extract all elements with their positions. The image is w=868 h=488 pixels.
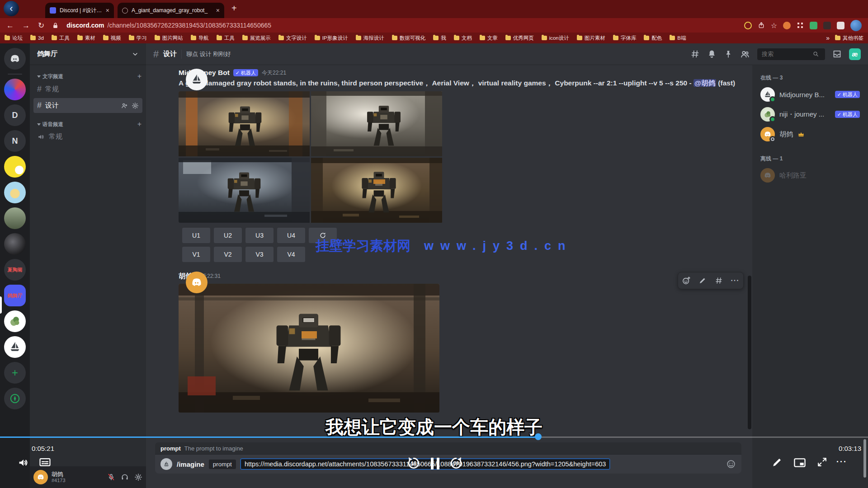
u1-button[interactable]: U1 bbox=[182, 228, 210, 243]
bookmark-item[interactable]: 数据可视化 bbox=[392, 35, 426, 42]
rewind-10-icon[interactable]: 10 bbox=[406, 455, 421, 471]
channel-design[interactable]: # 设计 bbox=[33, 98, 142, 113]
headphones-icon[interactable] bbox=[121, 473, 129, 481]
server-avatar[interactable]: D bbox=[4, 104, 26, 126]
bookmark-item[interactable]: 文章 bbox=[480, 35, 498, 42]
bookmark-item[interactable]: 我 bbox=[433, 35, 446, 42]
captions-icon[interactable] bbox=[39, 458, 51, 468]
bookmark-item[interactable]: 工具 bbox=[52, 35, 70, 42]
add-server-button[interactable]: + bbox=[4, 362, 26, 384]
bookmark-item[interactable]: 图片素材 bbox=[577, 35, 605, 42]
bookmark-item[interactable]: 图片网站 bbox=[155, 35, 183, 42]
window-scrollbar-thumb[interactable] bbox=[863, 439, 866, 478]
bookmark-item[interactable]: 工具 bbox=[217, 35, 235, 42]
user-avatar[interactable] bbox=[33, 470, 48, 484]
member-row[interactable]: niji・journey ... ✓ 机器人 bbox=[756, 104, 864, 124]
server-avatar-active[interactable]: 鸽舞厅 bbox=[4, 285, 26, 306]
server-avatar-midjourney[interactable] bbox=[4, 336, 26, 358]
annotate-pencil-icon[interactable] bbox=[771, 456, 783, 468]
search-box[interactable] bbox=[757, 48, 825, 60]
member-row[interactable]: 胡鸽 bbox=[756, 124, 864, 144]
bookmark-item[interactable]: 素材 bbox=[77, 35, 95, 42]
tab-discord[interactable]: Discord | #设计 | 鸽舞厅 × bbox=[45, 3, 114, 18]
upscaled-image[interactable] bbox=[179, 284, 439, 413]
channel-general-voice[interactable]: 常规 bbox=[33, 130, 142, 144]
invite-people-icon[interactable] bbox=[121, 102, 128, 109]
generated-image-grid[interactable] bbox=[179, 91, 443, 223]
discord-home-button[interactable] bbox=[4, 48, 26, 70]
more-options-icon[interactable]: ··· bbox=[727, 272, 743, 289]
server-avatar[interactable]: N bbox=[4, 130, 26, 152]
mic-muted-icon[interactable] bbox=[107, 473, 115, 481]
search-input[interactable] bbox=[761, 50, 812, 58]
explore-servers-button[interactable] bbox=[4, 388, 26, 409]
v4-button[interactable]: V4 bbox=[277, 247, 305, 262]
extension-orange-icon[interactable] bbox=[783, 22, 791, 29]
server-avatar[interactable] bbox=[4, 156, 26, 178]
member-row[interactable]: 哈利路亚 bbox=[756, 165, 864, 185]
other-bookmarks[interactable]: 其他书签 bbox=[835, 35, 863, 42]
u2-button[interactable]: U2 bbox=[214, 228, 242, 243]
server-avatar[interactable] bbox=[4, 207, 26, 229]
v2-button[interactable]: V2 bbox=[214, 247, 242, 262]
forward-30-icon[interactable]: 30 bbox=[448, 455, 464, 471]
bookmark-item[interactable]: 文字设计 bbox=[278, 35, 307, 42]
refresh-icon[interactable]: ↻ bbox=[38, 22, 44, 29]
url-bar[interactable]: discord.com/channels/1083567262293819453… bbox=[66, 22, 271, 29]
midjourney-avatar[interactable] bbox=[186, 69, 208, 90]
emoji-picker-icon[interactable] bbox=[726, 459, 736, 469]
pause-button[interactable] bbox=[431, 458, 439, 469]
inbox-icon[interactable] bbox=[832, 49, 842, 59]
bookmark-item[interactable]: 视频 bbox=[103, 35, 121, 42]
server-avatar[interactable] bbox=[4, 79, 26, 100]
prompt-value-field[interactable]: https://media.discordapp.net/attachments… bbox=[241, 459, 610, 469]
bookmark-item[interactable]: 优秀网页 bbox=[505, 35, 534, 42]
video-progress-handle[interactable] bbox=[535, 433, 542, 440]
edit-icon[interactable] bbox=[694, 272, 711, 289]
generated-image-1[interactable] bbox=[179, 91, 310, 156]
channel-settings-gear-icon[interactable] bbox=[132, 102, 139, 109]
translate-icon[interactable] bbox=[744, 22, 752, 29]
bookmark-item[interactable]: 文档 bbox=[454, 35, 472, 42]
collapse-icon[interactable] bbox=[816, 456, 828, 468]
close-icon[interactable]: × bbox=[216, 7, 220, 14]
bookmark-item[interactable]: B端 bbox=[670, 35, 686, 42]
extension-light-icon[interactable] bbox=[837, 22, 844, 29]
v3-button[interactable]: V3 bbox=[245, 247, 274, 262]
server-avatar[interactable] bbox=[4, 182, 26, 203]
bookmark-item[interactable]: IP形象设计 bbox=[315, 35, 348, 42]
bookmark-item[interactable]: 海报设计 bbox=[356, 35, 384, 42]
tab-image[interactable]: A_giant_damaged_gray_robot_ × bbox=[118, 3, 224, 18]
create-channel-icon[interactable]: + bbox=[137, 120, 142, 128]
thread-icon[interactable] bbox=[711, 272, 727, 289]
bookmark-star-icon[interactable]: ☆ bbox=[771, 21, 777, 30]
forward-icon[interactable]: → bbox=[22, 22, 30, 29]
volume-icon[interactable] bbox=[17, 456, 30, 469]
new-tab-button[interactable]: + bbox=[231, 4, 237, 13]
player-more-icon[interactable]: ··· bbox=[836, 457, 847, 467]
channel-topic[interactable]: 聊点 设计 刚刚好 bbox=[186, 50, 231, 58]
extension-overlay-icon[interactable]: æ bbox=[849, 48, 861, 60]
pip-icon[interactable] bbox=[793, 458, 806, 468]
pinned-messages-icon[interactable] bbox=[724, 50, 733, 59]
generated-image-4[interactable] bbox=[311, 158, 442, 223]
channel-general-text[interactable]: # 常规 bbox=[33, 82, 142, 97]
bookmark-item[interactable]: 论坛 bbox=[5, 35, 23, 42]
share-icon[interactable] bbox=[758, 22, 765, 29]
u4-button[interactable]: U4 bbox=[277, 228, 305, 243]
generated-image-2[interactable] bbox=[311, 91, 442, 156]
generated-image-3[interactable] bbox=[179, 158, 310, 223]
add-reaction-icon[interactable] bbox=[678, 272, 694, 289]
notifications-bell-icon[interactable] bbox=[707, 49, 717, 59]
extension-green-icon[interactable] bbox=[810, 22, 817, 29]
server-avatar[interactable] bbox=[4, 233, 26, 255]
close-icon[interactable]: × bbox=[106, 7, 109, 14]
category-text-channels[interactable]: 文字频道 + bbox=[30, 72, 146, 80]
browser-profile-avatar[interactable] bbox=[850, 20, 862, 31]
extensions-grid-icon[interactable] bbox=[797, 22, 804, 29]
extension-dark-icon[interactable] bbox=[823, 22, 831, 29]
player-back-overlay-icon[interactable]: ‹ bbox=[4, 1, 19, 16]
server-avatar[interactable]: 夏陶菊 bbox=[4, 259, 26, 281]
bookmark-item[interactable]: 导航 bbox=[191, 35, 209, 42]
v1-button[interactable]: V1 bbox=[182, 247, 210, 262]
